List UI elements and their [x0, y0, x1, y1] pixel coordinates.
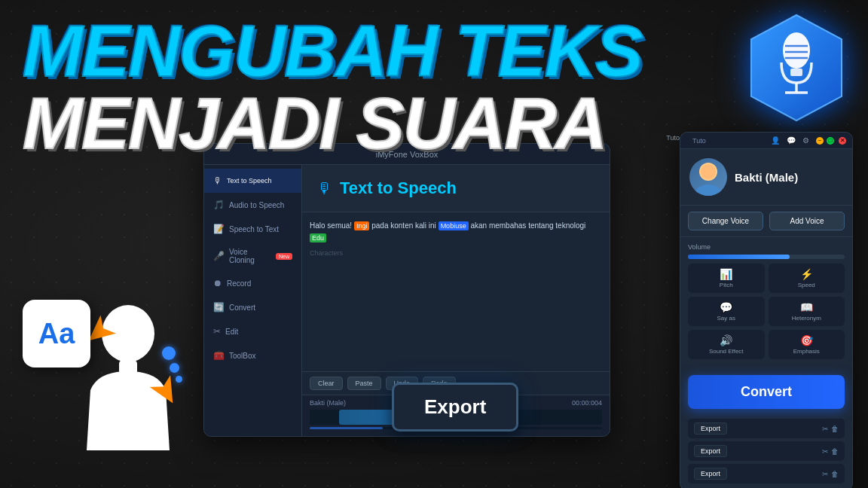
- convert-button[interactable]: Convert: [688, 375, 845, 409]
- del-icon-1: 🗑: [831, 425, 839, 433]
- win-minimize-btn[interactable]: －: [816, 137, 824, 145]
- export-row-3-icons: ✂ 🗑: [822, 470, 839, 478]
- win-close-btn[interactable]: ✕: [839, 137, 846, 145]
- right-panel: Tuto 👤 💬 ⚙ － □ ✕ Bakti (Male) Change Voi…: [680, 132, 853, 488]
- cut-icon-3: ✂: [822, 470, 828, 478]
- speed-label: Speed: [798, 282, 815, 288]
- text-editor[interactable]: Halo semua! Ingi pada konten kali ini Mo…: [302, 212, 610, 371]
- paste-button[interactable]: Paste: [347, 377, 381, 390]
- tuto-label: Tuto: [666, 134, 680, 142]
- sidebar-clone-label: Voice Cloning: [229, 248, 270, 264]
- text-content: Halo semua! Ingi pada konten kali ini Mo…: [310, 220, 602, 243]
- setting-soundeffect[interactable]: 🔊 Sound Effect: [688, 330, 765, 359]
- stt-icon: 📝: [213, 224, 225, 234]
- sidebar-item-clone[interactable]: 🎤 Voice Cloning New: [204, 241, 301, 271]
- win-maximize-btn[interactable]: □: [827, 137, 834, 145]
- add-voice-button[interactable]: Add Voice: [769, 212, 845, 230]
- sidebar-record-label: Record: [227, 279, 251, 288]
- tts-header: 🎙 Text to Speech: [302, 165, 610, 212]
- export-row-3: Export ✂ 🗑: [688, 464, 845, 483]
- sidebar-item-toolbox[interactable]: 🧰 ToolBox: [204, 343, 301, 368]
- convert-sidebar-icon: 🔄: [213, 302, 225, 313]
- sidebar-audio-label: Audio to Speech: [229, 201, 284, 209]
- window-icon-settings: ⚙: [802, 136, 809, 145]
- clone-icon: 🎤: [213, 251, 225, 261]
- sidebar-item-audio[interactable]: 🎵 Audio to Speech: [204, 193, 301, 217]
- volume-slider[interactable]: [688, 255, 845, 259]
- soundeffect-icon: 🔊: [720, 334, 732, 346]
- sidebar-toolbox-label: ToolBox: [229, 352, 256, 360]
- emphasis-label: Emphasis: [793, 348, 820, 355]
- export-rows: Export ✂ 🗑 Export ✂ 🗑 Export ✂ 🗑: [680, 415, 852, 488]
- tts-icon: 🎙: [213, 175, 222, 186]
- export-row-2: Export ✂ 🗑: [688, 441, 845, 461]
- sidebar-convert-label: Convert: [229, 303, 255, 312]
- export-label: Export: [424, 395, 486, 418]
- timeline-bar-2: [310, 427, 383, 429]
- audio-icon: 🎵: [213, 200, 225, 210]
- sidebar-item-stt[interactable]: 📝 Speech to Text: [204, 217, 301, 241]
- record-icon: ⏺: [213, 278, 222, 288]
- export-row-1: Export ✂ 🗑: [688, 419, 845, 438]
- sidebar-item-record[interactable]: ⏺ Record: [204, 271, 301, 295]
- right-panel-titlebar: Tuto 👤 💬 ⚙ － □ ✕: [680, 133, 852, 149]
- app-sidebar: 🎙 Text to Speech 🎵 Audio to Speech 📝 Spe…: [204, 165, 302, 436]
- clear-button[interactable]: Clear: [310, 377, 343, 390]
- export-row-1-icons: ✂ 🗑: [822, 425, 839, 433]
- cut-icon-2: ✂: [822, 447, 828, 456]
- voice-avatar: [689, 158, 727, 196]
- highlight-1: Ingi: [354, 221, 370, 230]
- cut-icon-1: ✂: [822, 425, 828, 433]
- del-icon-2: 🗑: [831, 447, 839, 456]
- settings-grid: 📊 Pitch ⚡ Speed 💬 Say as 📖 Heteronym 🔊 S…: [688, 264, 845, 359]
- sidebar-tts-label: Text to Speech: [227, 177, 272, 185]
- toolbox-icon: 🧰: [213, 350, 225, 361]
- speech-dots: [162, 346, 182, 383]
- export-btn-2[interactable]: Export: [694, 445, 727, 457]
- setting-heteronym[interactable]: 📖 Heteronym: [769, 297, 845, 326]
- title-line2: MENJADI SUARA: [23, 87, 642, 160]
- export-row-2-icons: ✂ 🗑: [822, 447, 839, 456]
- tts-header-title: Text to Speech: [340, 178, 457, 198]
- right-panel-tuto: Tuto: [686, 137, 768, 145]
- soundeffect-label: Sound Effect: [709, 348, 744, 355]
- volume-label: Volume: [688, 243, 845, 251]
- emphasis-icon: 🎯: [800, 334, 813, 346]
- aa-icon: Aa: [23, 300, 90, 368]
- svg-point-3: [783, 32, 810, 69]
- setting-sayas[interactable]: 💬 Say as: [688, 297, 765, 326]
- speed-icon: ⚡: [800, 268, 813, 280]
- new-badge: New: [276, 253, 292, 260]
- window-icon-user: 👤: [771, 136, 780, 145]
- title-line1: MENGUBAH TEKS: [23, 15, 642, 87]
- timeline-time: 00:00:004: [572, 399, 602, 407]
- export-button-main[interactable]: Export: [392, 383, 518, 432]
- sidebar-edit-label: Edit: [225, 328, 238, 336]
- heteronym-icon: 📖: [800, 301, 813, 313]
- voice-settings: Volume 📊 Pitch ⚡ Speed 💬 Say as 📖 Hetero…: [680, 237, 852, 369]
- setting-emphasis[interactable]: 🎯 Emphasis: [769, 330, 845, 359]
- sidebar-item-edit[interactable]: ✂ Edit: [204, 319, 301, 343]
- window-icon-help: 💬: [787, 136, 796, 145]
- sidebar-item-convert[interactable]: 🔄 Convert: [204, 295, 301, 319]
- voice-name: Bakti (Male): [735, 171, 798, 184]
- hex-logo: [747, 11, 845, 124]
- highlight-3: Edu: [310, 233, 326, 242]
- change-voice-button[interactable]: Change Voice: [688, 212, 763, 230]
- highlight-2: Mobiuse: [439, 221, 469, 230]
- setting-pitch[interactable]: 📊 Pitch: [688, 264, 765, 293]
- sayas-label: Say as: [717, 315, 735, 322]
- tts-header-icon: 🎙: [317, 180, 332, 197]
- sidebar-item-tts[interactable]: 🎙 Text to Speech: [204, 169, 301, 193]
- voice-buttons: Change Voice Add Voice: [680, 206, 852, 237]
- svg-rect-11: [119, 360, 137, 375]
- export-btn-3[interactable]: Export: [694, 468, 727, 480]
- pitch-icon: 📊: [720, 268, 732, 280]
- pitch-label: Pitch: [720, 282, 733, 288]
- setting-speed[interactable]: ⚡ Speed: [769, 264, 845, 293]
- export-btn-1[interactable]: Export: [694, 422, 727, 435]
- volume-fill: [688, 255, 790, 259]
- title-container: MENGUBAH TEKS MENJADI SUARA: [23, 15, 642, 160]
- sidebar-stt-label: Speech to Text: [229, 225, 279, 233]
- timeline-voice: Bakti (Male): [310, 399, 346, 407]
